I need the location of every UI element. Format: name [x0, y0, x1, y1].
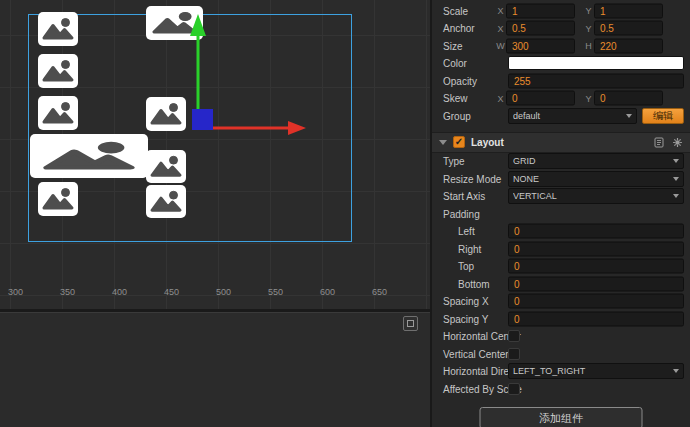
property-row-opacity: Opacity [432, 72, 690, 90]
opacity-input[interactable] [508, 73, 684, 88]
scale-y-input[interactable] [594, 3, 663, 18]
sprite-image-placeholder[interactable] [38, 182, 78, 216]
inspector-panel: Scale X Y Anchor X Y Size W [432, 0, 690, 427]
padding-right-input[interactable] [508, 241, 684, 256]
spacing-x-input[interactable] [508, 294, 684, 309]
property-row-anchor: Anchor X Y [432, 20, 690, 38]
property-row-resize-mode: Resize Mode NONE [432, 170, 690, 188]
axis-label-y: Y [583, 93, 594, 103]
ruler-tick-label: 600 [320, 287, 335, 297]
padding-left-label: Left [458, 226, 475, 237]
axis-label-h: H [583, 41, 594, 51]
group-select[interactable]: default [508, 108, 637, 124]
chevron-down-icon [673, 369, 679, 373]
skew-x-input[interactable] [506, 91, 575, 106]
ruler: 300350400450500550600650 [0, 284, 430, 300]
anchor-label: Anchor [443, 23, 475, 34]
property-row-spacing-x: Spacing X [432, 293, 690, 311]
axis-label-x: X [495, 93, 506, 103]
property-row-padding-right: Right [432, 240, 690, 258]
axis-label-x: X [495, 6, 506, 16]
spacing-x-label: Spacing X [443, 296, 489, 307]
bottom-panel [0, 312, 430, 427]
anchor-y-input[interactable] [594, 21, 663, 36]
sprite-image-placeholder[interactable] [146, 150, 186, 183]
ruler-tick-label: 650 [372, 287, 387, 297]
type-select-value: GRID [513, 156, 669, 166]
property-row-vertical-center: Vertical Center [432, 345, 690, 363]
horizontal-direction-select[interactable]: LEFT_TO_RIGHT [508, 363, 684, 379]
skew-label: Skew [443, 93, 467, 104]
padding-left-input[interactable] [508, 224, 684, 239]
scale-x-input[interactable] [506, 3, 575, 18]
sprite-image-placeholder[interactable] [146, 97, 186, 131]
layout-enabled-checkbox[interactable] [453, 136, 465, 148]
property-row-group: Group default 编辑 [432, 107, 690, 125]
padding-top-input[interactable] [508, 259, 684, 274]
chevron-down-icon [673, 194, 679, 198]
gear-icon[interactable] [672, 137, 683, 148]
property-row-skew: Skew X Y [432, 90, 690, 108]
spacing-y-input[interactable] [508, 311, 684, 326]
sprite-image-placeholder[interactable] [38, 54, 78, 88]
skew-y-input[interactable] [594, 91, 663, 106]
sprite-image-placeholder[interactable] [38, 96, 78, 130]
size-w-input[interactable] [506, 38, 575, 53]
axis-label-x: X [495, 23, 506, 33]
chevron-down-icon [626, 114, 632, 118]
axis-label-w: W [495, 41, 506, 51]
sprite-image-placeholder[interactable] [30, 134, 148, 178]
layout-component-header[interactable]: Layout [432, 132, 690, 153]
property-row-padding-top: Top [432, 258, 690, 276]
property-row-type: Type GRID [432, 153, 690, 171]
ruler-tick-label: 300 [8, 287, 23, 297]
chevron-down-icon [673, 177, 679, 181]
sprite-image-placeholder[interactable] [146, 185, 186, 218]
resize-mode-select[interactable]: NONE [508, 171, 684, 187]
padding-bottom-input[interactable] [508, 276, 684, 291]
sprite-image-placeholder[interactable] [146, 6, 203, 40]
type-label: Type [443, 156, 465, 167]
padding-bottom-label: Bottom [458, 278, 490, 289]
spacing-y-label: Spacing Y [443, 313, 488, 324]
start-axis-select[interactable]: VERTICAL [508, 188, 684, 204]
axis-label-y: Y [583, 23, 594, 33]
chevron-down-icon [673, 159, 679, 163]
property-row-padding: Padding [432, 205, 690, 223]
vertical-center-checkbox[interactable] [508, 348, 520, 360]
property-row-size: Size W H [432, 37, 690, 55]
color-label: Color [443, 58, 467, 69]
collapse-arrow-icon[interactable] [439, 140, 447, 145]
add-component-button[interactable]: 添加组件 [480, 407, 643, 427]
scene-view[interactable]: 300350400450500550600650 [0, 0, 430, 309]
panel-options-icon[interactable] [403, 316, 418, 331]
property-row-padding-bottom: Bottom [432, 275, 690, 293]
property-row-horizontal-direction: Horizontal Direction LEFT_TO_RIGHT [432, 363, 690, 381]
resize-mode-label: Resize Mode [443, 173, 501, 184]
ruler-tick-label: 550 [268, 287, 283, 297]
doc-icon[interactable] [654, 137, 664, 148]
ruler-tick-label: 450 [164, 287, 179, 297]
color-swatch[interactable] [508, 56, 684, 70]
property-row-color: Color [432, 55, 690, 73]
padding-top-label: Top [458, 261, 474, 272]
group-label: Group [443, 110, 471, 121]
size-label: Size [443, 40, 462, 51]
property-row-spacing-y: Spacing Y [432, 310, 690, 328]
opacity-label: Opacity [443, 75, 477, 86]
type-select[interactable]: GRID [508, 153, 684, 169]
group-edit-button[interactable]: 编辑 [642, 108, 684, 124]
start-axis-label: Start Axis [443, 191, 485, 202]
size-h-input[interactable] [594, 38, 663, 53]
vertical-center-label: Vertical Center [443, 348, 509, 359]
resize-mode-select-value: NONE [513, 174, 669, 184]
editor-window: 300350400450500550600650 Scale X Y Ancho… [0, 0, 690, 427]
axis-label-y: Y [583, 6, 594, 16]
affected-by-scale-checkbox[interactable] [508, 383, 520, 395]
group-select-value: default [513, 111, 622, 121]
padding-right-label: Right [458, 243, 481, 254]
sprite-image-placeholder[interactable] [38, 12, 78, 46]
start-axis-select-value: VERTICAL [513, 191, 669, 201]
anchor-x-input[interactable] [506, 21, 575, 36]
horizontal-center-checkbox[interactable] [508, 330, 520, 342]
